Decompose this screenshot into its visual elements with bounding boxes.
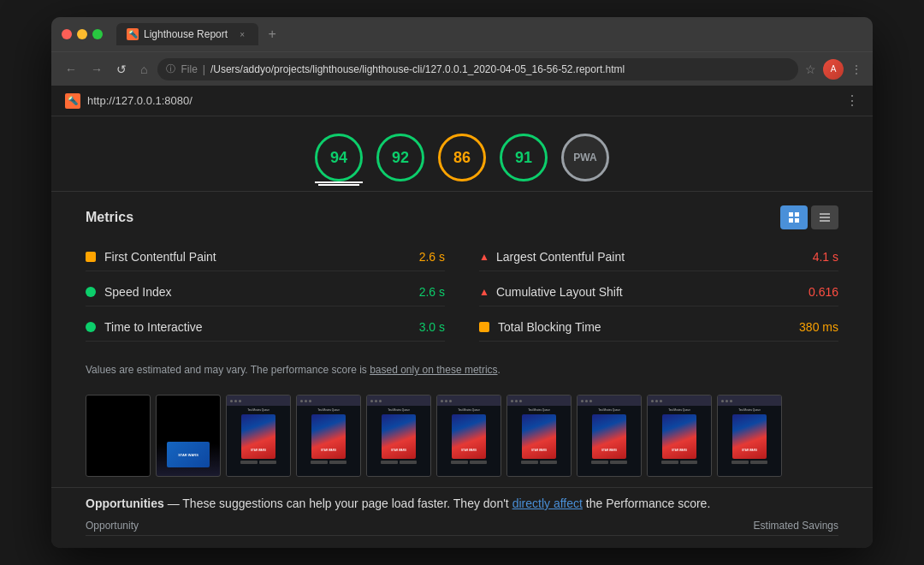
toolbar-menu-icon[interactable]: ⋮ bbox=[845, 92, 859, 109]
metric-row-cls[interactable]: ▲ Cumulative Layout Shift 0.616 bbox=[479, 278, 838, 306]
si-label: Speed Index bbox=[104, 285, 419, 299]
performance-score[interactable]: 94 bbox=[315, 134, 363, 181]
screenshot-3: Test Movies Queue bbox=[296, 395, 361, 477]
tab-close-button[interactable]: × bbox=[236, 28, 248, 40]
pwa-label: PWA bbox=[573, 152, 596, 164]
tab-favicon: 🔦 bbox=[127, 28, 139, 40]
fcp-label: First Contentful Paint bbox=[104, 250, 419, 264]
browser-window: 🔦 Lighthouse Report × + ← → ↺ ⌂ ⓘ File |… bbox=[51, 17, 873, 548]
grid-view-button[interactable] bbox=[780, 205, 808, 229]
forward-button[interactable]: → bbox=[87, 61, 106, 78]
toolbar-url: http://127.0.0.1:8080/ bbox=[87, 94, 192, 107]
titlebar: 🔦 Lighthouse Report × + bbox=[51, 17, 873, 51]
tti-indicator bbox=[86, 322, 96, 332]
performance-tab-indicator bbox=[315, 181, 363, 183]
avatar[interactable]: A bbox=[823, 59, 844, 80]
opportunity-col-header: Opportunity bbox=[86, 520, 139, 532]
savings-col-header: Estimated Savings bbox=[754, 520, 838, 532]
metrics-header: Metrics bbox=[86, 205, 838, 229]
address-bar: ← → ↺ ⌂ ⓘ File | /Users/addyo/projects/l… bbox=[51, 51, 873, 86]
url-path: /Users/addyo/projects/lighthouse/lightho… bbox=[210, 63, 625, 75]
main-content: 94 92 86 91 PWA Met bbox=[51, 116, 873, 548]
screenshot-4: Test Movies Queue bbox=[366, 395, 431, 477]
screenshot-9: Test Movies Queue bbox=[717, 395, 782, 477]
maximize-button[interactable] bbox=[92, 29, 103, 39]
scores-section: 94 92 86 91 PWA bbox=[51, 116, 873, 181]
svg-rect-1 bbox=[795, 212, 799, 217]
screenshot-6: Test Movies Queue bbox=[506, 395, 572, 477]
metrics-grid: First Contentful Paint 2.6 s ▲ Largest C… bbox=[86, 243, 838, 342]
accessibility-tab-indicator bbox=[376, 181, 424, 183]
metrics-title: Metrics bbox=[86, 210, 133, 225]
screenshots-strip: STAR WARS Test Movies Queue Test Movies … bbox=[51, 384, 873, 487]
tbt-label: Total Blocking Time bbox=[498, 320, 799, 334]
si-indicator bbox=[86, 287, 96, 297]
svg-rect-3 bbox=[795, 218, 799, 223]
cls-label: Cumulative Layout Shift bbox=[496, 285, 808, 299]
seo-score[interactable]: 91 bbox=[500, 134, 548, 181]
accessibility-score[interactable]: 92 bbox=[376, 134, 424, 181]
tab-area: 🔦 Lighthouse Report × + bbox=[116, 23, 862, 45]
best-practices-score[interactable]: 86 bbox=[438, 134, 486, 181]
score-tabs bbox=[51, 181, 873, 192]
opportunities-section: Opportunities — These suggestions can he… bbox=[51, 487, 873, 536]
cls-value: 0.616 bbox=[808, 285, 838, 299]
metrics-section: Metrics bbox=[51, 192, 873, 355]
metric-row-fcp[interactable]: First Contentful Paint 2.6 s bbox=[86, 243, 445, 271]
screenshot-5: Test Movies Queue bbox=[436, 395, 501, 477]
screenshot-8: Test Movies Queue bbox=[647, 395, 712, 477]
metric-row-tti[interactable]: Time to Interactive 3.0 s bbox=[86, 313, 445, 342]
close-button[interactable] bbox=[62, 29, 72, 39]
pwa-tab-indicator bbox=[561, 181, 609, 183]
best-practices-tab-indicator bbox=[438, 181, 486, 183]
bookmark-icon[interactable]: ☆ bbox=[805, 62, 816, 76]
lock-icon: ⓘ bbox=[166, 62, 175, 75]
screenshot-7: Test Movies Queue bbox=[577, 395, 642, 477]
traffic-lights bbox=[62, 29, 103, 39]
lighthouse-icon: 🔦 bbox=[65, 93, 80, 109]
tti-value: 3.0 s bbox=[419, 320, 445, 334]
new-tab-button[interactable]: + bbox=[262, 24, 282, 45]
seo-tab-indicator bbox=[500, 181, 548, 183]
cls-indicator: ▲ bbox=[479, 286, 489, 298]
tab-title: Lighthouse Report bbox=[144, 28, 228, 40]
note-text: Values are estimated and may vary. The p… bbox=[51, 355, 873, 384]
metrics-link[interactable]: based only on these metrics bbox=[370, 364, 497, 376]
metric-row-si[interactable]: Speed Index 2.6 s bbox=[86, 278, 445, 306]
lcp-label: Largest Contentful Paint bbox=[496, 250, 813, 264]
metric-row-tbt[interactable]: Total Blocking Time 380 ms bbox=[479, 313, 838, 342]
si-value: 2.6 s bbox=[419, 285, 445, 299]
opportunities-header: Opportunity Estimated Savings bbox=[86, 513, 838, 536]
svg-rect-5 bbox=[820, 217, 830, 218]
svg-rect-2 bbox=[789, 218, 793, 223]
list-icon bbox=[819, 211, 831, 223]
tti-label: Time to Interactive bbox=[104, 320, 419, 334]
screenshot-0 bbox=[86, 395, 151, 477]
screenshot-1: STAR WARS bbox=[156, 395, 221, 477]
lcp-value: 4.1 s bbox=[813, 250, 838, 264]
reload-button[interactable]: ↺ bbox=[113, 61, 130, 78]
minimize-button[interactable] bbox=[77, 29, 87, 39]
url-separator: | bbox=[203, 63, 205, 75]
grid-icon bbox=[788, 211, 800, 223]
svg-rect-0 bbox=[789, 212, 793, 217]
url-file-label: File bbox=[181, 63, 197, 75]
metric-row-lcp[interactable]: ▲ Largest Contentful Paint 4.1 s bbox=[479, 243, 838, 271]
active-tab[interactable]: 🔦 Lighthouse Report × bbox=[116, 23, 258, 45]
url-input[interactable]: ⓘ File | /Users/addyo/projects/lighthous… bbox=[157, 58, 798, 80]
view-toggle bbox=[780, 205, 838, 229]
back-button[interactable]: ← bbox=[62, 61, 80, 78]
fcp-value: 2.6 s bbox=[419, 250, 445, 264]
directly-affect-link[interactable]: directly affect bbox=[512, 497, 583, 510]
home-button[interactable]: ⌂ bbox=[137, 61, 151, 78]
opportunities-title: Opportunities — These suggestions can he… bbox=[86, 495, 838, 513]
list-view-button[interactable] bbox=[811, 205, 838, 229]
pwa-score[interactable]: PWA bbox=[561, 134, 609, 181]
browser-menu-icon[interactable]: ⋮ bbox=[850, 62, 862, 76]
svg-rect-4 bbox=[820, 213, 830, 215]
lcp-indicator: ▲ bbox=[479, 251, 489, 263]
tbt-value: 380 ms bbox=[799, 320, 838, 334]
screenshot-2: Test Movies Queue bbox=[226, 395, 291, 477]
active-score-indicator bbox=[318, 184, 359, 186]
fcp-indicator bbox=[86, 252, 96, 262]
